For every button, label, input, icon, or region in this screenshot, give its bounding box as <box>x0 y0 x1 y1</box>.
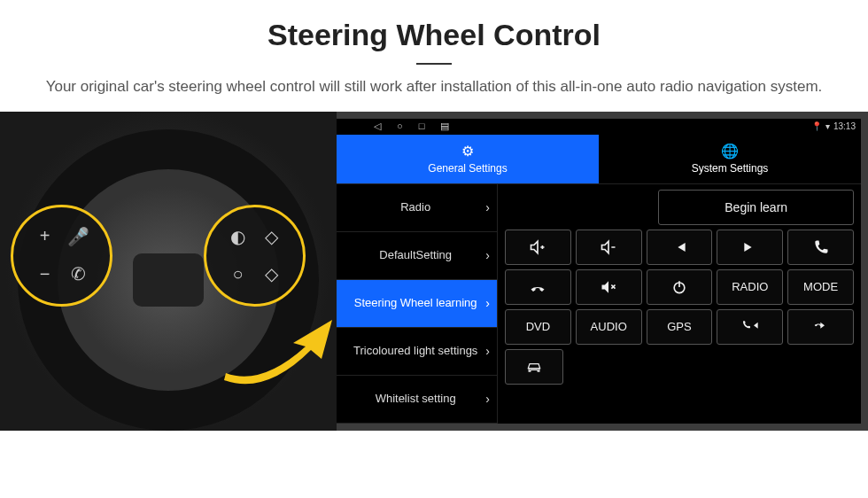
settings-side-menu: Radio › DefaultSetting › Steering Wheel … <box>337 184 498 424</box>
wheel-down-icon: ◇ <box>255 257 289 291</box>
menu-item-tricoloured-light[interactable]: Tricoloured light settings › <box>337 328 498 376</box>
settings-body: Radio › DefaultSetting › Steering Wheel … <box>337 184 861 424</box>
wheel-phone-icon: ✆ <box>62 257 96 291</box>
button-label: MODE <box>803 280 838 293</box>
button-label: GPS <box>667 320 691 333</box>
button-label: AUDIO <box>591 320 627 333</box>
wheel-buttons-left-highlight: + 🎤 − ✆ <box>11 205 112 307</box>
audio-button[interactable]: AUDIO <box>576 309 642 345</box>
tab-label: General Settings <box>428 162 507 175</box>
chevron-right-icon: › <box>485 344 490 358</box>
menu-item-default-setting[interactable]: DefaultSetting › <box>337 232 498 280</box>
location-icon: 📍 <box>811 121 822 131</box>
tab-system-settings[interactable]: 🌐 System Settings <box>599 135 861 184</box>
chevron-right-icon: › <box>485 296 490 310</box>
button-label: DVD <box>526 320 550 333</box>
call-answer-button[interactable] <box>787 230 854 265</box>
tab-general-settings[interactable]: ⚙ General Settings <box>337 135 599 184</box>
menu-label: Tricoloured light settings <box>345 344 485 358</box>
phone-prev-button[interactable] <box>717 309 783 345</box>
title-divider <box>416 63 452 65</box>
button-label: Begin learn <box>725 200 787 214</box>
wheel-hub <box>133 253 204 307</box>
gear-icon: ⚙ <box>461 143 474 160</box>
wifi-icon: ▾ <box>825 121 830 131</box>
phone-next-button[interactable] <box>787 309 854 345</box>
wheel-plus-icon: + <box>28 220 62 253</box>
wheel-up-icon: ◇ <box>255 220 289 253</box>
radio-button[interactable]: RADIO <box>717 269 783 305</box>
button-label: RADIO <box>732 280 768 293</box>
mute-button[interactable] <box>576 269 642 305</box>
dvd-button[interactable]: DVD <box>505 309 571 345</box>
recent-icon[interactable]: □ <box>419 121 425 132</box>
call-hangup-button[interactable] <box>505 269 571 305</box>
menu-item-radio[interactable]: Radio › <box>337 184 498 232</box>
settings-tabs: ⚙ General Settings 🌐 System Settings <box>337 135 861 184</box>
page-subtitle: Your original car's steering wheel contr… <box>35 75 833 98</box>
wheel-src-icon: ◐ <box>221 220 255 253</box>
home-icon[interactable]: ○ <box>397 121 403 132</box>
device-screen: ◁ ○ □ ▤ 📍 ▾ 13:13 ⚙ General Settings 🌐 S… <box>337 112 868 431</box>
menu-item-whitelist[interactable]: Whitelist setting › <box>337 376 498 424</box>
android-nav-icons: ◁ ○ □ ▤ <box>374 121 449 132</box>
clock-text: 13:13 <box>833 121 856 131</box>
menu-label: Steering Wheel learning <box>345 296 485 310</box>
chevron-right-icon: › <box>485 248 490 262</box>
menu-label: DefaultSetting <box>345 248 485 262</box>
tab-label: System Settings <box>692 162 769 175</box>
screenshot-icon[interactable]: ▤ <box>440 121 449 132</box>
mode-button[interactable]: MODE <box>787 269 854 305</box>
wheel-buttons-right-highlight: ◐ ◇ ○ ◇ <box>204 205 306 307</box>
android-status-bar: ◁ ○ □ ▤ 📍 ▾ 13:13 <box>337 119 861 135</box>
car-button[interactable] <box>505 349 563 385</box>
wheel-cycle-icon: ○ <box>221 257 255 291</box>
chevron-right-icon: › <box>485 392 490 406</box>
page-header: Steering Wheel Control Your original car… <box>0 0 868 112</box>
learning-panel: Begin learn RADIO MODE DVD AUDIO <box>498 184 861 424</box>
wheel-minus-icon: − <box>28 257 62 291</box>
menu-label: Radio <box>345 200 485 214</box>
page-title: Steering Wheel Control <box>35 18 833 52</box>
menu-label: Whitelist setting <box>345 392 485 406</box>
content-row: + 🎤 − ✆ ◐ ◇ ○ ◇ ◁ ○ □ ▤ 📍 ▾ <box>0 112 868 431</box>
prev-track-button[interactable] <box>647 230 713 265</box>
function-grid: RADIO MODE DVD AUDIO GPS <box>505 230 854 345</box>
volume-up-button[interactable] <box>505 230 571 265</box>
next-track-button[interactable] <box>717 230 783 265</box>
chevron-right-icon: › <box>485 200 490 214</box>
steering-wheel-photo: + 🎤 − ✆ ◐ ◇ ○ ◇ <box>0 112 337 431</box>
volume-down-button[interactable] <box>576 230 642 265</box>
power-button[interactable] <box>647 269 713 305</box>
begin-learn-button[interactable]: Begin learn <box>658 190 854 225</box>
wheel-voice-icon: 🎤 <box>62 220 96 253</box>
back-icon[interactable]: ◁ <box>374 121 381 132</box>
globe-icon: 🌐 <box>721 143 739 160</box>
menu-item-steering-wheel-learning[interactable]: Steering Wheel learning › <box>337 280 498 328</box>
gps-button[interactable]: GPS <box>647 309 713 345</box>
